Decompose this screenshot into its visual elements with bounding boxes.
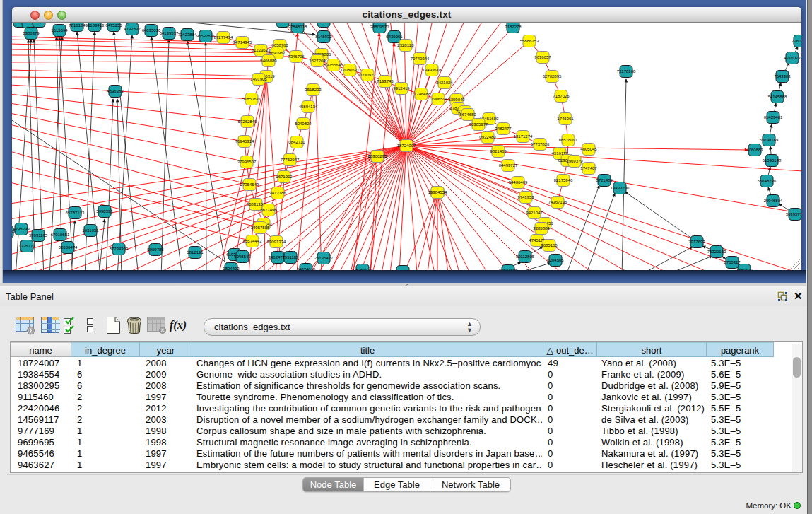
svg-text:6475255: 6475255: [105, 23, 122, 28]
svg-text:3518233: 3518233: [305, 88, 322, 92]
svg-text:64139537: 64139537: [160, 31, 179, 35]
svg-text:96532871: 96532871: [196, 34, 216, 38]
svg-text:82175946: 82175946: [554, 178, 573, 182]
svg-text:7991183: 7991183: [283, 255, 300, 259]
svg-text:01429401: 01429401: [764, 115, 783, 119]
svg-text:36995777: 36995777: [786, 212, 801, 216]
svg-text:80112805: 80112805: [516, 255, 535, 259]
svg-text:94406409: 94406409: [509, 180, 528, 185]
svg-text:73178108: 73178108: [617, 69, 636, 74]
svg-text:4896383: 4896383: [107, 89, 124, 93]
svg-text:1399049: 1399049: [448, 98, 465, 102]
svg-text:77752047: 77752047: [281, 158, 300, 162]
svg-text:51850671: 51850671: [242, 97, 261, 101]
svg-text:2328120: 2328120: [397, 43, 414, 47]
svg-text:71906594: 71906594: [429, 97, 448, 101]
svg-text:93103413: 93103413: [86, 23, 105, 28]
svg-text:3387262: 3387262: [12, 230, 16, 234]
svg-text:79740344: 79740344: [411, 57, 430, 61]
svg-text:60385977: 60385977: [469, 122, 488, 127]
svg-text:13433200: 13433200: [611, 186, 630, 190]
svg-text:8721489: 8721489: [596, 178, 613, 182]
svg-text:9421047: 9421047: [526, 211, 543, 215]
svg-text:13171274: 13171274: [514, 134, 533, 139]
svg-text:9636057: 9636057: [534, 55, 551, 59]
svg-text:65648236: 65648236: [758, 179, 777, 183]
svg-text:1031051: 1031051: [82, 228, 99, 233]
svg-text:17080531: 17080531: [341, 68, 360, 72]
svg-text:7346706: 7346706: [288, 54, 305, 59]
svg-text:3685160: 3685160: [541, 243, 558, 247]
svg-text:0812191: 0812191: [187, 250, 204, 255]
svg-text:9821465: 9821465: [490, 149, 507, 153]
svg-text:57262849: 57262849: [238, 119, 257, 124]
svg-text:64835030: 64835030: [142, 28, 161, 33]
svg-text:7543303: 7543303: [774, 74, 791, 78]
svg-text:67010651: 67010651: [51, 233, 70, 237]
svg-text:28809570: 28809570: [370, 25, 389, 29]
svg-text:51462704: 51462704: [314, 23, 334, 23]
svg-text:7917693: 7917693: [688, 240, 705, 244]
svg-text:7187026: 7187026: [553, 94, 570, 98]
svg-text:8677496: 8677496: [260, 208, 277, 212]
svg-text:1615594: 1615594: [51, 28, 68, 33]
svg-text:8708317: 8708317: [724, 260, 741, 264]
svg-text:18300295: 18300295: [368, 154, 387, 158]
svg-text:7193745: 7193745: [377, 79, 394, 83]
svg-text:5240824: 5240824: [295, 122, 312, 126]
svg-text:65787133: 65787133: [66, 211, 85, 215]
svg-text:53755646: 53755646: [324, 63, 343, 67]
svg-text:4005045: 4005045: [580, 147, 597, 151]
svg-text:67737826: 67737826: [531, 142, 550, 146]
svg-text:5098393: 5098393: [96, 209, 113, 214]
svg-text:04499727: 04499727: [499, 163, 518, 168]
svg-text:1745961: 1745961: [557, 117, 574, 121]
svg-text:34714345: 34714345: [233, 40, 252, 45]
svg-text:13493618: 13493618: [423, 68, 442, 72]
svg-text:86578091: 86578091: [559, 138, 578, 142]
svg-text:55886753: 55886753: [520, 39, 539, 43]
svg-text:4060883: 4060883: [746, 148, 763, 152]
svg-text:87234309: 87234309: [110, 247, 129, 251]
svg-text:76945314: 76945314: [235, 139, 254, 144]
svg-text:62702895: 62702895: [543, 74, 562, 78]
svg-text:1491905: 1491905: [250, 77, 267, 81]
svg-text:1226916: 1226916: [274, 23, 291, 23]
svg-text:02654235: 02654235: [30, 23, 49, 23]
svg-text:02606474: 02606474: [59, 245, 78, 250]
svg-text:18724007: 18724007: [397, 144, 416, 148]
svg-text:37631165: 37631165: [29, 233, 48, 238]
svg-text:5009788: 5009788: [147, 247, 164, 252]
svg-text:29946804: 29946804: [764, 199, 783, 203]
svg-text:81223623: 81223623: [252, 48, 271, 52]
svg-text:55698169: 55698169: [760, 138, 779, 142]
svg-text:5466889: 5466889: [260, 59, 277, 63]
svg-text:76320163: 76320163: [707, 250, 726, 254]
svg-text:99091334: 99091334: [267, 240, 286, 244]
svg-text:9413186: 9413186: [269, 191, 286, 195]
svg-text:5674680: 5674680: [459, 112, 476, 117]
svg-text:1671902: 1671902: [276, 175, 293, 179]
svg-text:7182278: 7182278: [505, 25, 522, 29]
svg-text:6204505: 6204505: [547, 258, 564, 262]
svg-text:97848018: 97848018: [288, 25, 307, 29]
svg-text:87277434: 87277434: [214, 35, 233, 40]
svg-text:54145868: 54145868: [768, 95, 787, 99]
svg-text:19384554: 19384554: [428, 190, 447, 194]
svg-text:8148932: 8148932: [315, 35, 332, 39]
svg-text:27354549: 27354549: [240, 182, 259, 187]
svg-text:2260256: 2260256: [792, 39, 801, 43]
svg-text:0932480: 0932480: [479, 135, 496, 139]
svg-text:61595148: 61595148: [763, 158, 782, 163]
svg-text:8386379: 8386379: [23, 31, 40, 35]
svg-text:3747407: 3747407: [580, 166, 597, 170]
svg-text:0842710: 0842710: [288, 140, 305, 144]
svg-text:5430391: 5430391: [386, 35, 403, 39]
svg-text:1969379: 1969379: [566, 159, 583, 163]
svg-text:7816184: 7816184: [69, 23, 86, 28]
svg-text:71746488: 71746488: [412, 92, 431, 96]
svg-text:3285884: 3285884: [533, 226, 550, 230]
svg-text:37996507: 37996507: [237, 160, 257, 164]
svg-text:85574443: 85574443: [243, 239, 262, 243]
svg-text:34957885: 34957885: [251, 226, 270, 230]
